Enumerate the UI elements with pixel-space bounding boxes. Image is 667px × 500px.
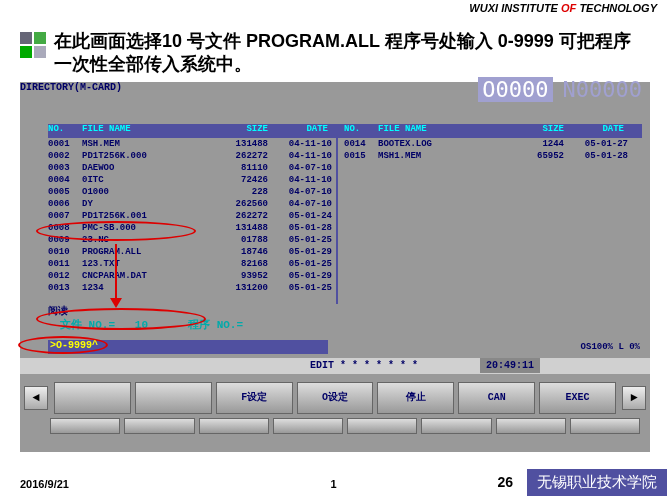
o-number: O0000	[478, 77, 552, 102]
softkey-2[interactable]	[135, 382, 212, 414]
file-row[interactable]: 0015MSH1.MEM6595205-01-28	[344, 150, 628, 162]
softkey-fset[interactable]: F设定	[216, 382, 293, 414]
softkey-oset[interactable]: O设定	[297, 382, 374, 414]
file-list-left[interactable]: 0001MSH.MEM13148804-11-100002PD1T256K.00…	[48, 138, 332, 294]
time-display: 20:49:11	[480, 358, 540, 373]
file-row[interactable]: 0001MSH.MEM13148804-11-10	[48, 138, 332, 150]
slide-title: 在此画面选择10 号文件 PROGRAM.ALL 程序号处输入 0-9999 可…	[54, 30, 644, 77]
file-row[interactable]: 0014BOOTEX.LOG124405-01-27	[344, 138, 628, 150]
file-row[interactable]: 0007PD1T256K.00126227205-01-24	[48, 210, 332, 222]
file-row[interactable]: 0011123.TXT8216805-01-25	[48, 258, 332, 270]
file-list-right[interactable]: 0014BOOTEX.LOG124405-01-270015MSH1.MEM65…	[344, 138, 628, 162]
highlight-ellipse-fileno	[36, 308, 206, 330]
file-row[interactable]: 0005O100022804-07-10	[48, 186, 332, 198]
softkey-can[interactable]: CAN	[458, 382, 535, 414]
highlight-arrow	[115, 244, 117, 306]
softkey-stop[interactable]: 停止	[377, 382, 454, 414]
file-row[interactable]: 0013123413120005-01-25	[48, 282, 332, 294]
softkey-exec[interactable]: EXEC	[539, 382, 616, 414]
table-header: NO. FILE NAME SIZE DATE NO. FILE NAME SI…	[48, 124, 642, 138]
slide-footer: 2016/9/21 1 26 无锡职业技术学院	[0, 468, 667, 496]
footer-page-1: 1	[330, 478, 336, 490]
file-row[interactable]: 0006DY26256004-07-10	[48, 198, 332, 210]
footer-page-2: 26	[497, 474, 513, 490]
file-row[interactable]: 0010PROGRAM.ALL1874605-01-29	[48, 246, 332, 258]
footer-date: 2016/9/21	[20, 478, 69, 490]
institute-header: WUXI INSTITUTE OF TECHNOLOGY	[469, 2, 657, 14]
file-row[interactable]: 0003DAEWOO8111004-07-10	[48, 162, 332, 174]
bullet-icon	[20, 32, 48, 60]
column-separator	[336, 124, 338, 304]
edit-status-bar: EDIT * * * * * * * 20:49:11	[20, 358, 650, 374]
os-status: OS100% L 0%	[581, 342, 640, 352]
file-row[interactable]: 0012CNCPARAM.DAT9395205-01-29	[48, 270, 332, 282]
highlight-ellipse-program	[36, 221, 196, 241]
softkey-1[interactable]	[54, 382, 131, 414]
highlight-ellipse-input	[18, 336, 108, 354]
page-left-button[interactable]: ◄	[24, 386, 48, 410]
softkey-row-2	[48, 418, 642, 434]
footer-school: 无锡职业技术学院	[527, 469, 667, 496]
file-row[interactable]: 00040ITC7242604-11-10	[48, 174, 332, 186]
softkey-row: ◄ F设定 O设定 停止 CAN EXEC ►	[20, 378, 650, 418]
directory-title: DIRECTORY(M-CARD)	[20, 82, 122, 93]
file-row[interactable]: 0002PD1T256K.00026227204-11-10	[48, 150, 332, 162]
program-numbers: O0000 N00000	[478, 77, 642, 102]
n-number: N00000	[563, 77, 642, 102]
page-right-button[interactable]: ►	[622, 386, 646, 410]
